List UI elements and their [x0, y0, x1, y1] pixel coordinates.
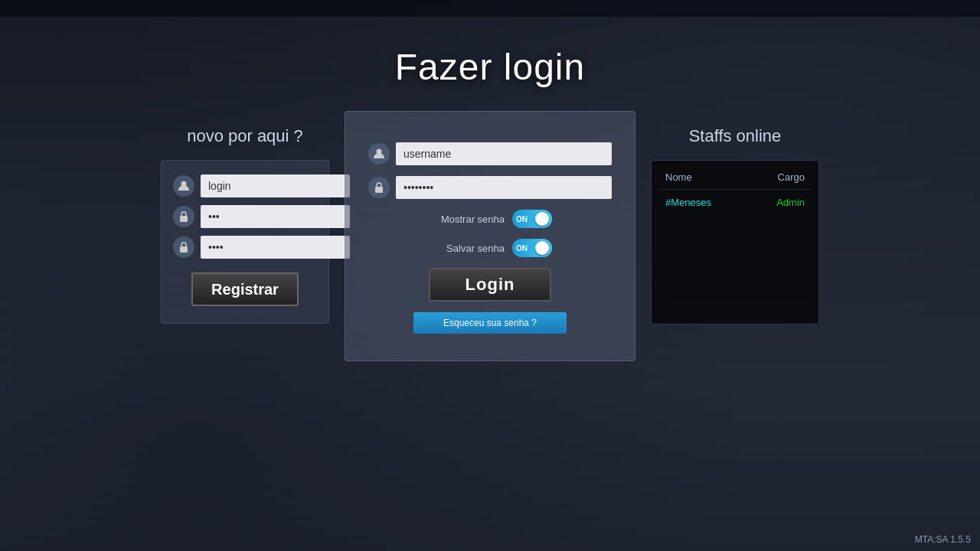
- register-panel: novo por aqui ?: [145, 111, 345, 343]
- reg-login-row: [173, 174, 317, 197]
- save-password-toggle-text: ON: [516, 244, 528, 253]
- page-title: Fazer login: [395, 46, 585, 88]
- show-password-knob: [535, 212, 549, 226]
- svg-rect-4: [375, 187, 383, 193]
- reg-pass2-input[interactable]: [201, 236, 350, 259]
- version-label: MTA:SA 1.5.5: [915, 534, 971, 545]
- save-password-label: Salvar senha: [428, 243, 505, 254]
- main-content: Fazer login novo por aqui ?: [0, 0, 980, 551]
- reg-login-input[interactable]: [201, 174, 350, 197]
- register-button[interactable]: Registrar: [191, 272, 299, 306]
- username-row: [368, 142, 612, 165]
- password-row: [368, 176, 612, 199]
- save-password-row: Salvar senha ON: [368, 239, 612, 257]
- username-input[interactable]: [396, 142, 612, 165]
- staffs-header: Nome Cargo: [659, 168, 811, 190]
- show-password-label: Mostrar senha: [428, 214, 505, 225]
- lock-icon-reg-pass1: [173, 206, 194, 227]
- panels-row: novo por aqui ?: [145, 111, 835, 361]
- show-password-toggle-text: ON: [516, 215, 528, 223]
- reg-pass1-row: [173, 205, 317, 228]
- forgot-password-button[interactable]: Esqueceu sua senha ?: [413, 312, 567, 334]
- password-input[interactable]: [396, 176, 612, 199]
- lock-icon-reg-pass2: [173, 236, 194, 258]
- staff-name-0: #Meneses: [665, 197, 711, 208]
- col-cargo: Cargo: [778, 171, 805, 183]
- staffs-panel-title: Staffs online: [689, 126, 782, 146]
- svg-rect-1: [180, 216, 188, 222]
- staff-cargo-0: Admin: [776, 197, 805, 208]
- person-icon-reg-login: [173, 175, 194, 197]
- svg-rect-2: [180, 246, 188, 253]
- login-panel: Mostrar senha ON Salvar senha ON Login E…: [345, 111, 635, 361]
- register-panel-title: novo por aqui ?: [187, 126, 303, 146]
- staffs-list-box: Nome Cargo #Meneses Admin: [651, 160, 819, 324]
- lock-icon-password: [368, 177, 390, 198]
- staffs-panel: Staffs online Nome Cargo #Meneses Admin: [635, 111, 835, 344]
- save-password-toggle[interactable]: ON: [512, 239, 552, 257]
- show-password-row: Mostrar senha ON: [368, 210, 612, 228]
- show-password-toggle[interactable]: ON: [512, 210, 552, 228]
- login-button[interactable]: Login: [429, 268, 551, 302]
- register-form-box: Registrar: [161, 160, 329, 324]
- reg-pass2-row: [173, 236, 317, 259]
- person-icon-username: [368, 143, 390, 165]
- save-password-knob: [535, 241, 549, 255]
- reg-pass1-input[interactable]: [201, 205, 350, 228]
- col-nome: Nome: [665, 171, 692, 183]
- table-row: #Meneses Admin: [659, 194, 811, 210]
